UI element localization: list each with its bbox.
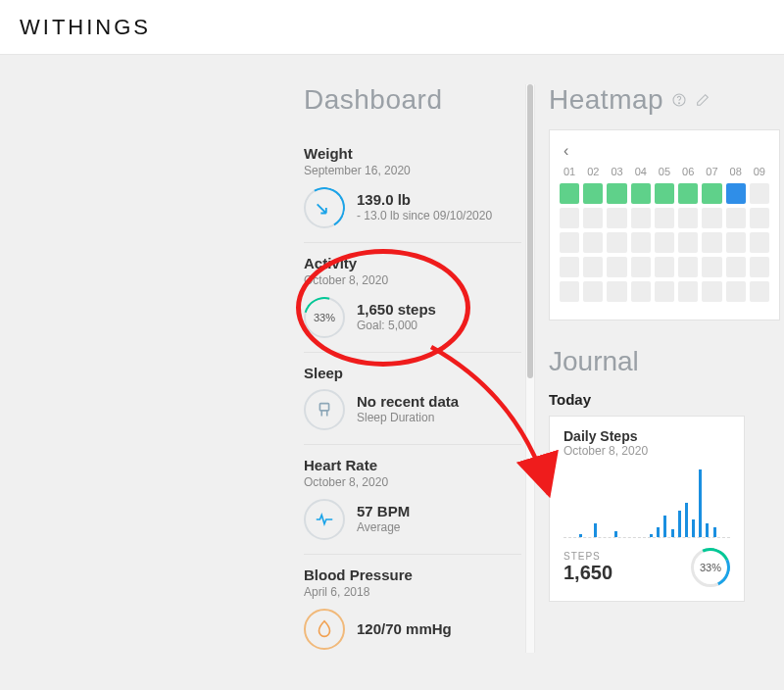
heatmap-cell[interactable]: [678, 281, 698, 302]
heatmap-cell[interactable]: [583, 232, 603, 253]
heatmap-cell[interactable]: [678, 232, 698, 253]
steps-value: 1,650: [564, 562, 612, 584]
heatmap-cell[interactable]: [560, 281, 579, 302]
heatmap-cell[interactable]: [583, 281, 603, 302]
chart-bar: [614, 531, 617, 537]
help-icon[interactable]: [671, 92, 687, 108]
chart-bar: [650, 534, 653, 537]
heatmap-cell[interactable]: [583, 208, 603, 228]
heatmap-cell[interactable]: [607, 257, 626, 277]
heatmap-day-label: 04: [631, 166, 651, 177]
heatmap-cell[interactable]: [655, 232, 674, 253]
heatmap-cell[interactable]: [702, 257, 721, 277]
chart-bar: [713, 527, 716, 537]
left-empty: [0, 84, 304, 664]
heatmap-cell[interactable]: [560, 208, 579, 228]
sleep-title: Sleep: [304, 365, 521, 381]
steps-percent: 33%: [700, 562, 721, 573]
heatmap-cell[interactable]: [631, 232, 651, 253]
heatmap-cell[interactable]: [726, 281, 746, 302]
brand-logo: WITHINGS: [20, 15, 151, 40]
heatmap-cell[interactable]: [583, 183, 603, 204]
heatmap-cell[interactable]: [631, 281, 651, 302]
steps-label: STEPS: [564, 551, 612, 562]
chart-bar: [692, 519, 695, 537]
heatmap-cell[interactable]: [607, 232, 626, 253]
heatmap-cell[interactable]: [750, 183, 769, 204]
heatmap-cell[interactable]: [702, 281, 721, 302]
chart-bar: [671, 529, 674, 537]
content-area: Dashboard Weight September 16, 2020 139.…: [0, 55, 784, 664]
svg-point-2: [679, 103, 680, 104]
heatmap-cell[interactable]: [655, 257, 674, 277]
heatmap-cell[interactable]: [560, 183, 579, 204]
vertical-scrollbar[interactable]: [525, 84, 535, 653]
heatmap-cell[interactable]: [750, 232, 769, 253]
heartrate-sub: Average: [357, 520, 410, 536]
bp-title: Blood Pressure: [304, 567, 521, 583]
heatmap-cell[interactable]: [678, 257, 698, 277]
bloodpressure-section[interactable]: Blood Pressure April 6, 2018 120/70 mmHg: [304, 555, 521, 664]
daily-steps-card[interactable]: Daily Steps October 8, 2020 STEPS 1,650 …: [549, 416, 745, 602]
weight-title: Weight: [304, 145, 521, 162]
heatmap-cell[interactable]: [655, 281, 674, 302]
heatmap-cell[interactable]: [702, 208, 721, 228]
dashboard-column: Dashboard Weight September 16, 2020 139.…: [304, 84, 521, 664]
heatmap-day-label: 06: [678, 166, 698, 177]
chart-bar: [663, 516, 666, 537]
weight-section[interactable]: Weight September 16, 2020 139.0 lb - 13.…: [304, 133, 521, 243]
journal-title: Journal: [549, 346, 780, 377]
edit-icon[interactable]: [695, 92, 710, 108]
heatmap-cell[interactable]: [631, 183, 651, 204]
heatmap-prev-button[interactable]: ‹: [560, 140, 769, 162]
scrollbar-thumb[interactable]: [527, 84, 533, 378]
journal-today-label: Today: [549, 391, 780, 408]
chart-bar: [579, 534, 582, 537]
heatmap-cell[interactable]: [655, 183, 674, 204]
heatmap-cell[interactable]: [607, 281, 626, 302]
heatmap-cell[interactable]: [631, 208, 651, 228]
activity-section[interactable]: Activity October 8, 2020 33% 1,650 steps…: [304, 243, 521, 353]
activity-date: October 8, 2020: [304, 273, 521, 287]
heatmap-cell[interactable]: [702, 183, 721, 204]
heatmap-day-label: 07: [702, 166, 721, 177]
bp-date: April 6, 2018: [304, 585, 521, 599]
heatmap-cell[interactable]: [750, 281, 769, 302]
heatmap-cell[interactable]: [726, 208, 746, 228]
steps-chart: [564, 464, 730, 538]
heatmap-cell[interactable]: [726, 232, 746, 253]
heatmap-cell[interactable]: [726, 183, 746, 204]
heartrate-date: October 8, 2020: [304, 475, 521, 489]
heatmap-cell[interactable]: [631, 257, 651, 277]
heatmap-day-label: 01: [560, 166, 579, 177]
activity-title: Activity: [304, 255, 521, 271]
heartrate-title: Heart Rate: [304, 457, 521, 473]
sleep-value: No recent data: [357, 393, 459, 411]
heatmap-cell[interactable]: [607, 208, 626, 228]
heatmap-cell[interactable]: [560, 257, 579, 277]
sleep-section[interactable]: Sleep No recent data Sleep Duration: [304, 353, 521, 445]
heatmap-day-label: 03: [607, 166, 626, 177]
card-title: Daily Steps: [564, 428, 730, 444]
chart-bar: [594, 523, 597, 537]
heatmap-cell[interactable]: [560, 232, 579, 253]
heatmap-day-label: 05: [655, 166, 674, 177]
chart-bar: [678, 511, 681, 537]
heatmap-cell[interactable]: [583, 257, 603, 277]
heatmap-cell[interactable]: [702, 232, 721, 253]
sleep-sub: Sleep Duration: [357, 411, 459, 426]
heatmap-cell[interactable]: [750, 257, 769, 277]
heatmap-cell[interactable]: [655, 208, 674, 228]
heatmap-cell[interactable]: [750, 208, 769, 228]
heatmap-grid[interactable]: [560, 183, 769, 302]
heatmap-box: ‹ 010203040506070809: [549, 129, 780, 320]
heatmap-cell[interactable]: [726, 257, 746, 277]
heatmap-cell[interactable]: [607, 183, 626, 204]
heatmap-cell[interactable]: [678, 183, 698, 204]
heartrate-section[interactable]: Heart Rate October 8, 2020 57 BPM Averag…: [304, 445, 521, 555]
steps-progress-ring: 33%: [691, 548, 730, 587]
bp-icon: [304, 609, 345, 650]
heatmap-cell[interactable]: [678, 208, 698, 228]
weight-trend-icon: [304, 187, 345, 228]
chart-bar: [699, 469, 702, 537]
